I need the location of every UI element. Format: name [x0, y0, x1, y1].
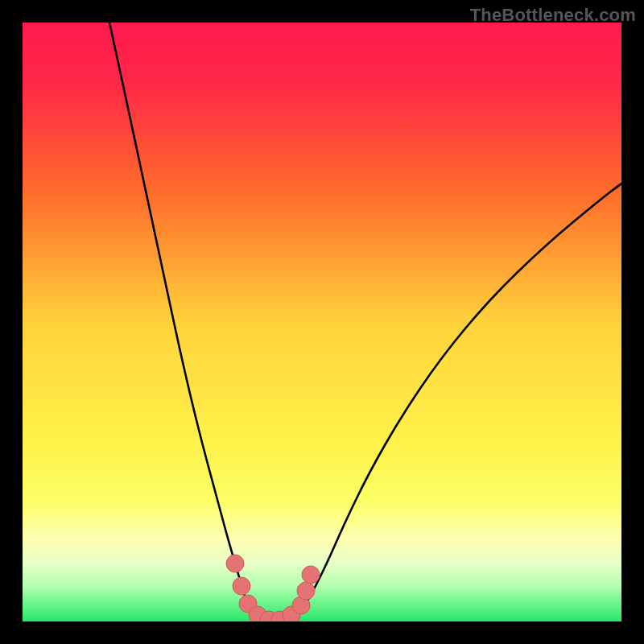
- marker-point: [297, 582, 315, 600]
- marker-point: [302, 566, 320, 584]
- marker-point: [226, 555, 244, 572]
- bottleneck-chart: [23, 23, 621, 621]
- gradient-background: [23, 23, 621, 621]
- outer-frame: TheBottleneck.com: [0, 0, 644, 644]
- marker-point: [233, 577, 250, 595]
- plot-area: [23, 23, 621, 621]
